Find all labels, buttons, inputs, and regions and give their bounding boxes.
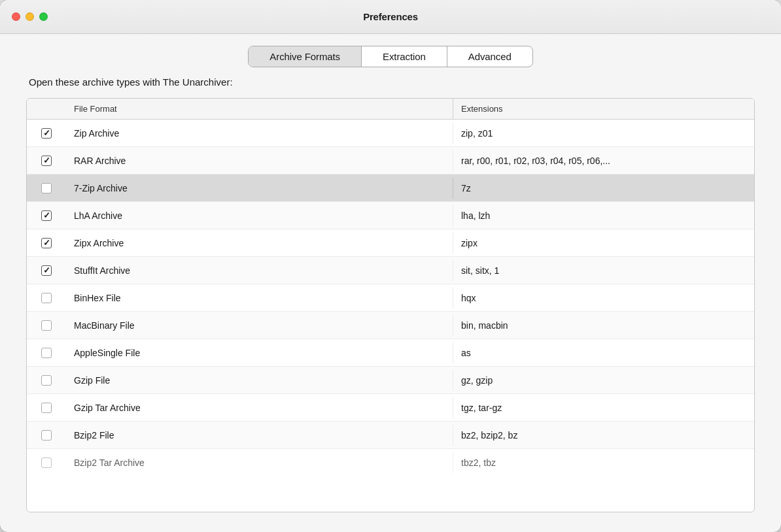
extensions-bzip2-tar: tbz2, tbz (453, 452, 754, 473)
checkmark-icon: ✓ (43, 211, 50, 220)
checkbox-cell[interactable] (27, 375, 66, 386)
format-stuffit: StuffIt Archive (66, 260, 453, 281)
content-area: Open these archive types with The Unarch… (0, 76, 781, 532)
checkbox-stuffit[interactable]: ✓ (41, 265, 52, 276)
preferences-window: Preferences Archive Formats Extraction A… (0, 0, 781, 532)
extensions-bzip2: bz2, bzip2, bz (453, 425, 754, 446)
th-format: File Format (66, 99, 453, 119)
format-bzip2-tar: Bzip2 Tar Archive (66, 452, 453, 473)
tab-extraction[interactable]: Extraction (362, 46, 447, 67)
format-macbinary: MacBinary File (66, 315, 453, 336)
minimize-button[interactable] (26, 12, 34, 21)
close-button[interactable] (12, 12, 20, 21)
toolbar: Archive Formats Extraction Advanced (0, 34, 781, 76)
table-row[interactable]: Bzip2 Tar Archive tbz2, tbz (27, 449, 754, 476)
tab-advanced[interactable]: Advanced (447, 46, 532, 67)
checkbox-bzip2-tar[interactable] (41, 457, 52, 468)
checkbox-cell[interactable] (27, 183, 66, 193)
titlebar: Preferences (0, 0, 781, 34)
checkbox-cell[interactable] (27, 403, 66, 413)
description-text: Open these archive types with The Unarch… (26, 76, 755, 88)
checkbox-7zip[interactable] (41, 183, 52, 193)
format-binhex: BinHex File (66, 288, 453, 308)
format-zipx: Zipx Archive (66, 233, 453, 254)
checkbox-cell[interactable]: ✓ (27, 128, 66, 139)
checkbox-rar[interactable]: ✓ (41, 156, 52, 166)
table-row[interactable]: 7-Zip Archive 7z (27, 175, 754, 202)
archive-table: File Format Extensions ✓ Zip Archive zip… (26, 98, 755, 512)
table-row[interactable]: ✓ StuffIt Archive sit, sitx, 1 (27, 257, 754, 284)
format-rar: RAR Archive (66, 150, 453, 171)
extensions-macbinary: bin, macbin (453, 315, 754, 336)
window-controls (12, 12, 48, 21)
checkbox-cell[interactable]: ✓ (27, 238, 66, 248)
table-row[interactable]: MacBinary File bin, macbin (27, 312, 754, 339)
format-lha: LhA Archive (66, 205, 453, 226)
checkbox-applesingle[interactable] (41, 348, 52, 358)
table-row[interactable]: Bzip2 File bz2, bzip2, bz (27, 422, 754, 449)
checkbox-cell[interactable] (27, 293, 66, 303)
checkmark-icon: ✓ (43, 239, 50, 247)
checkbox-zip[interactable]: ✓ (41, 128, 52, 139)
checkbox-gzip-tar[interactable] (41, 403, 52, 413)
th-checkbox (27, 99, 66, 119)
format-applesingle: AppleSingle File (66, 342, 453, 363)
checkbox-macbinary[interactable] (41, 320, 52, 331)
tab-archive-formats[interactable]: Archive Formats (249, 46, 362, 67)
extensions-stuffit: sit, sitx, 1 (453, 260, 754, 281)
table-row[interactable]: ✓ Zip Archive zip, z01 (27, 120, 754, 147)
extensions-gzip: gz, gzip (453, 370, 754, 391)
extensions-binhex: hqx (453, 288, 754, 308)
table-header: File Format Extensions (27, 99, 754, 120)
checkbox-bzip2[interactable] (41, 430, 52, 441)
table-row[interactable]: AppleSingle File as (27, 339, 754, 367)
checkbox-cell[interactable] (27, 430, 66, 441)
window-title: Preferences (363, 11, 418, 22)
checkbox-cell[interactable]: ✓ (27, 265, 66, 276)
extensions-zip: zip, z01 (453, 123, 754, 144)
checkbox-zipx[interactable]: ✓ (41, 238, 52, 248)
checkbox-gzip[interactable] (41, 375, 52, 386)
format-gzip: Gzip File (66, 370, 453, 391)
table-row[interactable]: ✓ RAR Archive rar, r00, r01, r02, r03, r… (27, 147, 754, 175)
th-extensions: Extensions (453, 99, 754, 119)
maximize-button[interactable] (39, 12, 48, 21)
table-row[interactable]: Gzip File gz, gzip (27, 367, 754, 394)
extensions-lha: lha, lzh (453, 205, 754, 226)
checkmark-icon: ✓ (43, 156, 50, 165)
extensions-gzip-tar: tgz, tar-gz (453, 397, 754, 418)
table-row[interactable]: ✓ Zipx Archive zipx (27, 229, 754, 257)
table-row[interactable]: BinHex File hqx (27, 284, 754, 312)
checkbox-cell[interactable]: ✓ (27, 210, 66, 221)
format-zip: Zip Archive (66, 123, 453, 144)
checkmark-icon: ✓ (43, 129, 50, 137)
format-gzip-tar: Gzip Tar Archive (66, 397, 453, 418)
checkbox-cell[interactable] (27, 457, 66, 468)
format-bzip2: Bzip2 File (66, 425, 453, 446)
format-7zip: 7-Zip Archive (66, 178, 453, 199)
extensions-rar: rar, r00, r01, r02, r03, r04, r05, r06,.… (453, 150, 754, 171)
extensions-applesingle: as (453, 342, 754, 363)
tab-group: Archive Formats Extraction Advanced (248, 46, 532, 67)
checkbox-cell[interactable]: ✓ (27, 156, 66, 166)
checkmark-icon: ✓ (43, 266, 50, 274)
checkbox-binhex[interactable] (41, 293, 52, 303)
table-body[interactable]: ✓ Zip Archive zip, z01 ✓ RAR Archive rar… (27, 120, 754, 512)
table-row[interactable]: Gzip Tar Archive tgz, tar-gz (27, 394, 754, 422)
extensions-zipx: zipx (453, 233, 754, 254)
extensions-7zip: 7z (453, 178, 754, 199)
checkbox-cell[interactable] (27, 348, 66, 358)
table-row[interactable]: ✓ LhA Archive lha, lzh (27, 202, 754, 229)
checkbox-cell[interactable] (27, 320, 66, 331)
checkbox-lha[interactable]: ✓ (41, 210, 52, 221)
